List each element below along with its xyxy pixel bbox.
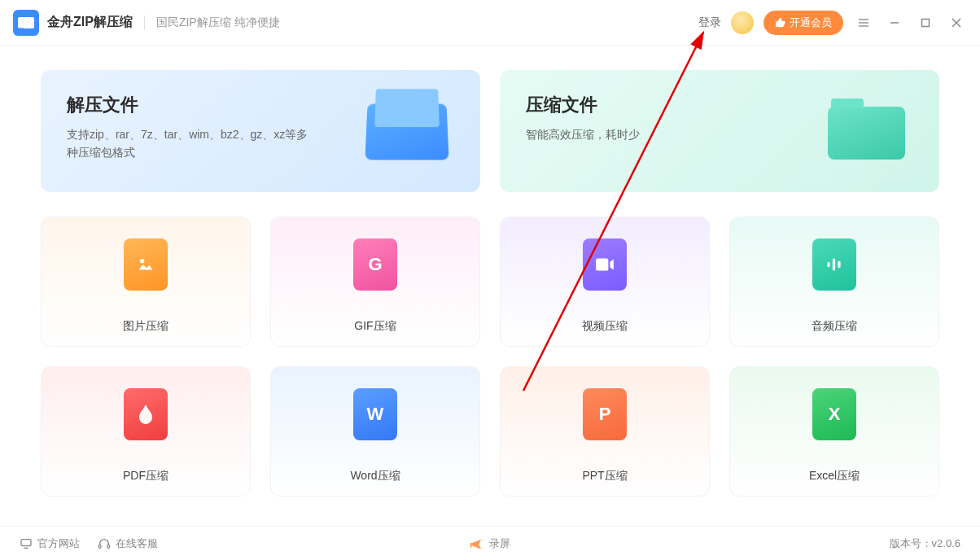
pdf-file-icon (124, 388, 168, 440)
audio-file-icon (812, 238, 856, 291)
archive-box-icon (358, 86, 456, 176)
app-subtitle: 国民ZIP解压缩 纯净便捷 (144, 15, 280, 30)
image-compress-label: 图片压缩 (123, 309, 168, 343)
record-label: 录屏 (489, 536, 510, 551)
compress-card[interactable]: 压缩文件 智能高效压缩，耗时少 (500, 70, 939, 192)
footer: 官方网站 在线客服 录屏 版本号：v2.0.6 (0, 526, 980, 560)
website-link[interactable]: 官方网站 (20, 536, 80, 551)
vip-label: 开通会员 (790, 15, 832, 30)
video-compress-label: 视频压缩 (582, 309, 628, 343)
support-link[interactable]: 在线客服 (98, 536, 158, 551)
svg-rect-9 (827, 262, 829, 268)
app-title: 金舟ZIP解压缩 (47, 14, 133, 31)
headset-icon (98, 537, 111, 550)
compress-desc: 智能高效压缩，耗时少 (526, 125, 770, 143)
svg-rect-14 (98, 545, 101, 548)
login-link[interactable]: 登录 (698, 15, 721, 30)
image-compress-card[interactable]: 图片压缩 (41, 217, 251, 347)
image-file-icon (124, 238, 168, 291)
gif-file-icon: G (353, 238, 397, 291)
excel-compress-card[interactable]: X Excel压缩 (729, 366, 939, 497)
audio-compress-label: 音频压缩 (812, 309, 857, 343)
ppt-compress-card[interactable]: P PPT压缩 (500, 366, 710, 497)
word-compress-card[interactable]: W Word压缩 (270, 366, 480, 497)
gif-compress-card[interactable]: G GIF压缩 (270, 217, 480, 347)
record-link[interactable]: 录屏 (470, 536, 510, 551)
close-icon[interactable] (946, 12, 967, 33)
ppt-file-icon: P (583, 388, 627, 440)
minimize-icon[interactable] (884, 12, 905, 33)
titlebar: 金舟ZIP解压缩 国民ZIP解压缩 纯净便捷 登录 开通会员 (0, 0, 980, 46)
svg-rect-4 (922, 19, 930, 26)
video-compress-card[interactable]: 视频压缩 (500, 217, 710, 347)
website-label: 官方网站 (37, 536, 80, 551)
ppt-compress-label: PPT压缩 (582, 459, 627, 493)
maximize-icon[interactable] (915, 12, 936, 33)
pdf-compress-label: PDF压缩 (123, 459, 168, 493)
word-compress-label: Word压缩 (350, 459, 400, 493)
decompress-desc: 支持zip、rar、7z、tar、wim、bz2、gz、xz等多种压缩包格式 (67, 125, 311, 162)
audio-compress-card[interactable]: 音频压缩 (729, 217, 939, 347)
svg-rect-11 (838, 261, 840, 269)
menu-icon[interactable] (853, 12, 874, 33)
support-label: 在线客服 (116, 536, 158, 551)
pdf-compress-card[interactable]: PDF压缩 (41, 366, 251, 497)
svg-rect-10 (833, 258, 835, 270)
vip-button[interactable]: 开通会员 (763, 11, 843, 35)
thumbs-up-icon (775, 17, 786, 28)
folder-icon (817, 86, 915, 176)
video-file-icon (583, 238, 627, 291)
avatar-icon[interactable] (731, 11, 754, 34)
excel-file-icon: X (812, 388, 856, 440)
record-icon (470, 536, 484, 551)
main-content: 解压文件 支持zip、rar、7z、tar、wim、bz2、gz、xz等多种压缩… (0, 46, 980, 497)
version-text: 版本号：v2.0.6 (890, 536, 960, 551)
decompress-card[interactable]: 解压文件 支持zip、rar、7z、tar、wim、bz2、gz、xz等多种压缩… (41, 70, 480, 192)
excel-compress-label: Excel压缩 (809, 459, 860, 493)
gif-compress-label: GIF压缩 (354, 309, 396, 343)
word-file-icon: W (353, 388, 397, 440)
app-logo-icon (13, 10, 39, 36)
svg-rect-12 (21, 539, 31, 545)
svg-point-7 (140, 259, 144, 263)
svg-rect-8 (596, 258, 608, 270)
svg-rect-15 (107, 545, 110, 548)
monitor-icon (20, 537, 33, 550)
